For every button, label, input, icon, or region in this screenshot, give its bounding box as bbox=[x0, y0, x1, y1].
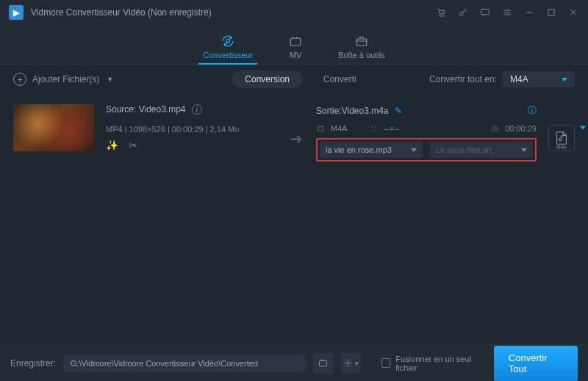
out-resolution: --×-- bbox=[384, 124, 400, 133]
close-icon[interactable] bbox=[567, 7, 579, 18]
add-file-button[interactable]: + Ajouter Fichier(s) ▼ bbox=[13, 73, 113, 86]
source-column: Source: Video3.mp4 i MP4 | 1098×526 | 00… bbox=[106, 104, 277, 151]
tab-converti[interactable]: Converti bbox=[323, 74, 356, 84]
merge-checkbox[interactable]: Fusionner en un seul fichier bbox=[381, 355, 487, 372]
svg-point-0 bbox=[440, 15, 441, 17]
clock-icon bbox=[490, 124, 499, 133]
svg-rect-10 bbox=[320, 360, 327, 366]
app-title: Vidmore Convertisseur Vidéo (Non enregis… bbox=[31, 7, 212, 18]
file-list: Source: Video3.mp4 i MP4 | 1098×526 | 00… bbox=[0, 94, 588, 322]
out-container: M4A bbox=[331, 124, 348, 133]
merge-label: Fusionner en un seul fichier bbox=[395, 355, 487, 372]
save-label: Enregistrer: bbox=[10, 358, 56, 369]
tab-converter[interactable]: Convertisseur bbox=[203, 25, 253, 64]
toolbox-icon bbox=[354, 34, 369, 48]
add-file-label: Ajouter Fichier(s) bbox=[32, 74, 99, 84]
chevron-down-icon bbox=[411, 148, 417, 152]
tab-label: Convertisseur bbox=[203, 51, 253, 59]
info-icon[interactable]: ⓘ bbox=[528, 104, 537, 117]
svg-rect-4 bbox=[548, 10, 554, 15]
subtitle-select[interactable]: Le sous-titre.srt bbox=[430, 142, 533, 158]
chevron-down-icon: ▾ bbox=[355, 360, 359, 367]
cart-icon[interactable] bbox=[435, 7, 447, 18]
save-path-value: G:\Vidmore\Vidmore Convertisseur Vidéo\C… bbox=[71, 359, 258, 368]
open-folder-button[interactable] bbox=[313, 353, 334, 374]
convert-all-label: Convertir tout en: bbox=[429, 74, 497, 84]
svg-point-11 bbox=[347, 362, 350, 365]
minimize-icon[interactable] bbox=[523, 7, 535, 18]
output-format-button[interactable]: M4A bbox=[548, 125, 575, 151]
converter-icon bbox=[220, 34, 235, 48]
svg-rect-6 bbox=[290, 38, 301, 46]
subtitle-value: Le sous-titre.srt bbox=[436, 145, 492, 154]
audio-track-value: la vie en rose.mp3 bbox=[326, 145, 392, 154]
primary-tabs: Convertisseur MV Boîte à outils bbox=[0, 25, 588, 65]
source-meta: MP4 | 1098×526 | 00:00:29 | 2,14 Mo bbox=[106, 125, 277, 134]
svg-point-1 bbox=[442, 15, 444, 17]
container-icon bbox=[316, 124, 325, 133]
mv-icon bbox=[288, 34, 303, 48]
titlebar: ▶ Vidmore Convertisseur Vidéo (Non enreg… bbox=[0, 0, 588, 25]
checkbox-icon bbox=[381, 358, 390, 368]
cut-icon[interactable]: ✂ bbox=[129, 139, 137, 151]
menu-icon[interactable] bbox=[501, 7, 513, 18]
tab-conversion[interactable]: Conversion bbox=[232, 70, 303, 88]
plus-icon: + bbox=[13, 73, 26, 86]
tab-mv[interactable]: MV bbox=[288, 25, 303, 64]
output-label: Sortie:Video3.m4a bbox=[316, 106, 389, 116]
key-icon[interactable] bbox=[457, 7, 469, 18]
app-logo: ▶ bbox=[9, 5, 24, 20]
svg-point-2 bbox=[459, 12, 463, 15]
video-thumbnail[interactable] bbox=[13, 104, 94, 151]
chevron-down-icon: ▼ bbox=[107, 76, 113, 83]
edit-icon[interactable]: ✎ bbox=[395, 106, 402, 116]
format-value: M4A bbox=[510, 74, 528, 84]
svg-point-5 bbox=[226, 39, 230, 43]
resolution-icon bbox=[370, 124, 379, 133]
out-duration: 00:00:29 bbox=[505, 124, 537, 133]
arrow-icon: ➔ bbox=[290, 130, 303, 148]
svg-rect-7 bbox=[356, 39, 367, 46]
chevron-down-icon bbox=[521, 148, 527, 152]
info-icon[interactable]: i bbox=[192, 104, 202, 115]
maximize-icon[interactable] bbox=[545, 7, 557, 18]
footer: Enregistrer: G:\Vidmore\Vidmore Converti… bbox=[0, 344, 588, 381]
tab-toolbox[interactable]: Boîte à outils bbox=[338, 25, 385, 64]
chevron-down-icon bbox=[562, 78, 567, 81]
format-select[interactable]: M4A bbox=[503, 71, 575, 87]
settings-button[interactable]: ▾ bbox=[341, 353, 362, 374]
save-path-select[interactable]: G:\Vidmore\Vidmore Convertisseur Vidéo\C… bbox=[63, 355, 306, 372]
track-selects-highlight: la vie en rose.mp3 Le sous-titre.srt bbox=[316, 138, 537, 162]
fmt-badge: M4A bbox=[549, 145, 574, 150]
output-column: Sortie:Video3.m4a ✎ ⓘ M4A --×-- 00:00:29… bbox=[316, 104, 537, 162]
source-label: Source: Video3.mp4 bbox=[106, 104, 186, 115]
feedback-icon[interactable] bbox=[479, 7, 491, 18]
titlebar-actions bbox=[435, 7, 579, 18]
list-item: Source: Video3.mp4 i MP4 | 1098×526 | 00… bbox=[0, 94, 588, 169]
audio-track-select[interactable]: la vie en rose.mp3 bbox=[320, 142, 423, 158]
effects-icon[interactable]: ✨ bbox=[106, 139, 118, 151]
svg-rect-8 bbox=[318, 126, 323, 131]
tab-label: Boîte à outils bbox=[338, 51, 385, 59]
tab-label: MV bbox=[290, 51, 302, 59]
toolbar: + Ajouter Fichier(s) ▼ Conversion Conver… bbox=[0, 65, 588, 94]
format-dropdown-caret[interactable] bbox=[580, 126, 586, 130]
convert-all-button[interactable]: Convertir Tout bbox=[494, 346, 578, 381]
